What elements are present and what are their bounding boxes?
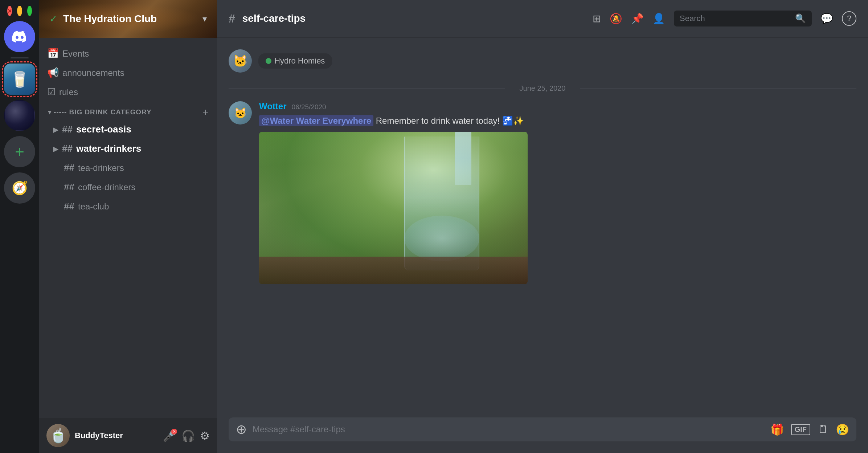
channel-item-coffee-drinkers[interactable]: ## coffee-drinkers bbox=[48, 178, 208, 196]
hash-icon: ## bbox=[62, 143, 73, 154]
channel-item-secret-oasis[interactable]: ▶ ## secret-oasis bbox=[48, 120, 208, 139]
server-verified-icon: ✓ bbox=[49, 13, 57, 25]
channel-item-water-drinkers[interactable]: ▶ ## water-drinkers bbox=[48, 139, 208, 158]
gif-button[interactable]: GIF bbox=[791, 424, 810, 435]
server-icon-dark-sphere[interactable] bbox=[4, 100, 35, 131]
username: BuddyTester bbox=[75, 431, 158, 440]
threads-icon[interactable]: ⊞ bbox=[593, 13, 601, 25]
message: 🐱 Wotter 06/25/2020 @Water Water Everywh… bbox=[229, 101, 856, 284]
emoji-button[interactable]: 😢 bbox=[836, 423, 849, 436]
server-separator bbox=[11, 57, 29, 58]
members-icon[interactable]: 👤 bbox=[652, 13, 665, 25]
online-indicator: 🐱 Hydro Homies bbox=[229, 49, 856, 73]
channel-sidebar: ✓ The Hydration Club ▾ 📅 Events 📢 announ… bbox=[39, 0, 217, 453]
channel-name-water-drinkers: water-drinkers bbox=[76, 143, 141, 154]
channel-item-events[interactable]: 📅 Events bbox=[42, 44, 214, 63]
chat-input-area: ⊕ Message #self-care-tips 🎁 GIF 🗒 😢 bbox=[217, 410, 868, 453]
channel-item-tea-drinkers[interactable]: ## tea-drinkers bbox=[48, 159, 208, 177]
explore-servers-button[interactable]: 🧭 bbox=[4, 172, 35, 204]
online-tag: Hydro Homies bbox=[258, 53, 333, 69]
user-area: 🍵 BuddyTester 🎤 ✕ 🎧 ⚙ bbox=[39, 418, 217, 453]
server-icon-hydration[interactable]: 🥛 bbox=[4, 64, 35, 95]
mute-button[interactable]: 🎤 ✕ bbox=[163, 429, 176, 442]
channel-triangle-icon: ▶ bbox=[53, 144, 58, 153]
minimize-button[interactable] bbox=[17, 6, 22, 16]
events-label: Events bbox=[62, 49, 89, 59]
water-image bbox=[259, 132, 528, 284]
user-info: BuddyTester bbox=[75, 431, 158, 440]
user-avatar: 🍵 bbox=[46, 424, 70, 447]
search-icon: 🔍 bbox=[795, 13, 806, 24]
close-button[interactable]: ✕ bbox=[7, 6, 12, 16]
server-menu-icon: ▾ bbox=[202, 14, 207, 24]
message-text: @Water Water Everywhere Remember to drin… bbox=[259, 114, 856, 127]
server-header[interactable]: ✓ The Hydration Club ▾ bbox=[39, 0, 217, 38]
pin-icon[interactable]: 📌 bbox=[631, 13, 644, 25]
channel-name-coffee-drinkers: coffee-drinkers bbox=[78, 182, 135, 192]
add-server-button[interactable]: + bbox=[4, 136, 35, 167]
message-image bbox=[259, 132, 528, 284]
message-header: Wotter 06/25/2020 bbox=[259, 101, 856, 111]
search-bar[interactable]: Search 🔍 bbox=[674, 11, 812, 26]
channel-name-secret-oasis: secret-oasis bbox=[76, 124, 131, 135]
notification-icon[interactable]: 🔕 bbox=[610, 13, 622, 25]
hydro-homies-avatar: 🐱 bbox=[229, 49, 252, 73]
settings-button[interactable]: ⚙ bbox=[200, 429, 210, 442]
channel-name-tea-club: tea-club bbox=[78, 201, 109, 212]
chat-input-box: ⊕ Message #self-care-tips 🎁 GIF 🗒 😢 bbox=[229, 417, 856, 441]
channel-item-rules[interactable]: ☑ rules bbox=[42, 83, 214, 101]
inbox-icon[interactable]: 💬 bbox=[820, 13, 833, 25]
chat-area: # self-care-tips ⊞ 🔕 📌 👤 Search 🔍 💬 ? 🐱 … bbox=[217, 0, 868, 453]
deafen-button[interactable]: 🎧 bbox=[181, 429, 195, 442]
message-avatar: 🐱 bbox=[229, 101, 252, 125]
channel-item-announcements[interactable]: 📢 announcements bbox=[42, 64, 214, 82]
help-icon[interactable]: ? bbox=[842, 11, 856, 26]
hash-icon: ## bbox=[64, 201, 74, 212]
channel-hash-icon: # bbox=[229, 12, 235, 25]
category-header[interactable]: ▾ ----- BIG DRINK CATEGORY + bbox=[45, 105, 211, 119]
channel-name-tea-drinkers: tea-drinkers bbox=[78, 163, 124, 173]
rules-label: rules bbox=[59, 87, 78, 97]
search-placeholder: Search bbox=[680, 14, 791, 23]
message-content: Wotter 06/25/2020 @Water Water Everywher… bbox=[259, 101, 856, 284]
announcements-icon: 📢 bbox=[47, 67, 59, 78]
category-name: ▾ ----- BIG DRINK CATEGORY bbox=[48, 108, 152, 116]
message-input[interactable]: Message #self-care-tips bbox=[253, 424, 765, 434]
sticker-button[interactable]: 🗒 bbox=[818, 423, 828, 436]
channel-item-tea-club[interactable]: ## tea-club bbox=[48, 197, 208, 216]
chat-messages: 🐱 Hydro Homies June 25, 2020 🐱 Wotter 06… bbox=[217, 38, 868, 410]
message-author: Wotter bbox=[259, 101, 287, 111]
add-attachment-button[interactable]: ⊕ bbox=[236, 422, 247, 437]
input-actions: 🎁 GIF 🗒 😢 bbox=[770, 423, 849, 436]
online-user-name: Hydro Homies bbox=[274, 56, 325, 66]
channel-triangle-icon: ▶ bbox=[53, 125, 58, 134]
server-name: The Hydration Club bbox=[63, 13, 197, 25]
events-icon: 📅 bbox=[47, 48, 59, 59]
user-action-buttons: 🎤 ✕ 🎧 ⚙ bbox=[163, 429, 210, 442]
discord-home-button[interactable] bbox=[4, 21, 35, 52]
server-sidebar: 🥛 + 🧭 bbox=[0, 0, 39, 453]
add-channel-button[interactable]: + bbox=[202, 106, 208, 118]
date-separator: June 25, 2020 bbox=[229, 84, 856, 93]
chat-channel-name: self-care-tips bbox=[242, 13, 585, 24]
header-icons: ⊞ 🔕 📌 👤 Search 🔍 💬 ? bbox=[593, 11, 856, 26]
hash-icon: ## bbox=[64, 162, 74, 174]
channels-list: 📅 Events 📢 announcements ☑ rules ▾ -----… bbox=[39, 38, 217, 418]
category-big-drink: ▾ ----- BIG DRINK CATEGORY + ▶ ## secret… bbox=[39, 102, 217, 218]
maximize-button[interactable] bbox=[27, 6, 32, 16]
online-dot bbox=[266, 58, 271, 64]
message-timestamp: 06/25/2020 bbox=[292, 103, 326, 111]
message-body: Remember to drink water today! 🚰✨ bbox=[376, 116, 524, 126]
hash-icon: ## bbox=[62, 124, 73, 135]
hash-icon: ## bbox=[64, 181, 74, 193]
announcements-label: announcements bbox=[62, 68, 124, 78]
gift-button[interactable]: 🎁 bbox=[770, 423, 784, 436]
rules-icon: ☑ bbox=[47, 86, 56, 98]
chat-header: # self-care-tips ⊞ 🔕 📌 👤 Search 🔍 💬 ? bbox=[217, 0, 868, 38]
mention: @Water Water Everywhere bbox=[259, 115, 373, 126]
